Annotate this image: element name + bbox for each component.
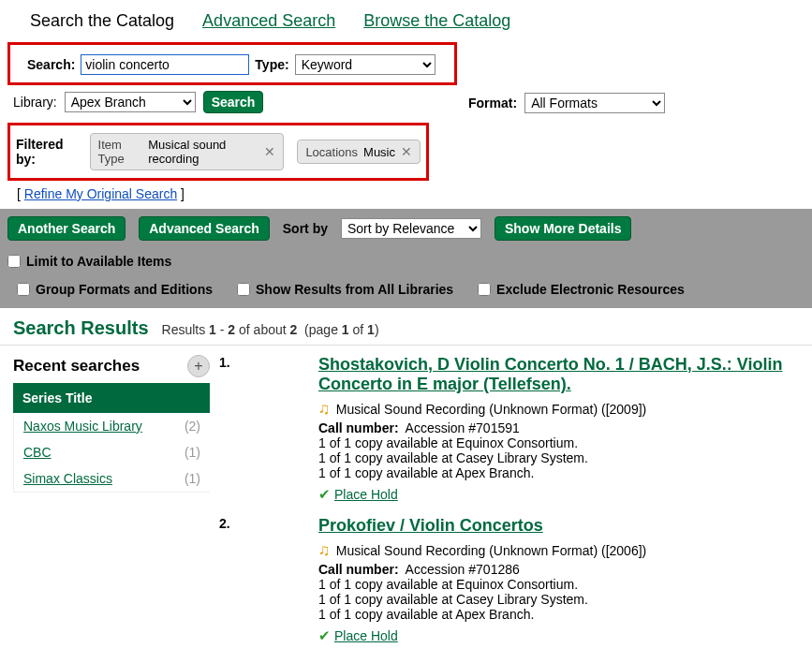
result-row: 2.Prokofiev / Violin Concertos♫Musical S… — [219, 516, 799, 644]
callnumber-label: Call number: — [318, 420, 399, 435]
facet-header: Series Title — [13, 383, 210, 413]
library-select[interactable]: Apex Branch — [65, 92, 196, 112]
facet-item: CBC(1) — [14, 439, 210, 465]
availability-line: 1 of 1 copy available at Equinox Consort… — [318, 435, 799, 450]
sidebar: Recent searches + Series Title Naxos Mus… — [13, 355, 210, 648]
facet-item: Simax Classics(1) — [14, 465, 210, 492]
facet-link[interactable]: CBC — [23, 445, 52, 460]
place-hold-link[interactable]: Place Hold — [334, 628, 398, 643]
nav-browse-catalog[interactable]: Browse the Catalog — [363, 11, 510, 31]
music-note-icon: ♫ — [318, 400, 331, 419]
callnumber-label: Call number: — [318, 562, 399, 577]
group-formats-wrap[interactable]: Group Formats and Editions — [17, 282, 213, 297]
type-label: Type: — [255, 57, 288, 72]
facet-item: Naxos Music Library(2) — [14, 413, 210, 439]
search-highlight-box: Search: Type: Keyword — [7, 42, 457, 85]
nav-advanced-search[interactable]: Advanced Search — [202, 11, 335, 31]
facet-count: (1) — [185, 445, 200, 460]
place-hold-link[interactable]: Place Hold — [334, 487, 398, 502]
another-search-button[interactable]: Another Search — [7, 216, 125, 241]
all-libraries-wrap[interactable]: Show Results from All Libraries — [237, 282, 453, 297]
limit-available-wrap[interactable]: Limit to Available Items — [7, 254, 171, 269]
advanced-search-button[interactable]: Advanced Search — [139, 216, 270, 241]
remove-filter-icon[interactable]: ✕ — [264, 144, 275, 159]
add-search-button[interactable]: + — [187, 355, 210, 377]
results-header: Search Results Results 1 - 2 of about 2 … — [0, 308, 812, 346]
format-text: Musical Sound Recording (Unknown Format)… — [336, 402, 646, 417]
sort-select[interactable]: Sort by Relevance — [341, 218, 481, 239]
results-list: 1.Shostakovich, D Violin Concerto No. 1 … — [219, 355, 799, 648]
result-title-link[interactable]: Shostakovich, D Violin Concerto No. 1 / … — [318, 355, 799, 394]
result-title-link[interactable]: Prokofiev / Violin Concertos — [318, 516, 543, 536]
availability-line: 1 of 1 copy available at Apex Branch. — [318, 607, 799, 622]
filter-chip-locations: Locations Music ✕ — [297, 140, 421, 164]
recent-searches-title: Recent searches — [13, 357, 140, 376]
facet-link[interactable]: Naxos Music Library — [23, 419, 142, 434]
result-row: 1.Shostakovich, D Violin Concerto No. 1 … — [219, 355, 799, 503]
exclude-electronic-wrap[interactable]: Exclude Electronic Resources — [478, 282, 685, 297]
filter-chip-item-type: Item Type Musical sound recording ✕ — [90, 133, 285, 170]
facet-count: (1) — [185, 471, 200, 486]
check-icon: ✔ — [318, 486, 331, 503]
search-button[interactable]: Search — [203, 91, 264, 113]
music-note-icon: ♫ — [318, 541, 331, 560]
facet-link[interactable]: Simax Classics — [23, 471, 112, 486]
top-nav: Search the Catalog Advanced Search Brows… — [0, 0, 812, 37]
availability-line: 1 of 1 copy available at Equinox Consort… — [318, 577, 799, 592]
search-input[interactable] — [81, 54, 249, 75]
exclude-electronic-checkbox[interactable] — [478, 283, 491, 296]
group-formats-checkbox[interactable] — [17, 283, 30, 296]
availability-line: 1 of 1 copy available at Casey Library S… — [318, 592, 799, 607]
availability-line: 1 of 1 copy available at Apex Branch. — [318, 465, 799, 480]
nav-search-catalog: Search the Catalog — [30, 11, 174, 31]
filtered-by-label: Filtered by: — [16, 137, 77, 167]
result-number: 2. — [219, 516, 303, 644]
format-text: Musical Sound Recording (Unknown Format)… — [336, 543, 646, 558]
format-select[interactable]: All Formats — [524, 93, 665, 113]
refine-search-link-wrap: [ Refine My Original Search ] — [0, 183, 812, 209]
availability-line: 1 of 1 copy available at Casey Library S… — [318, 450, 799, 465]
limit-available-checkbox[interactable] — [7, 255, 21, 268]
refine-search-link[interactable]: Refine My Original Search — [24, 186, 177, 201]
type-select[interactable]: Keyword — [295, 54, 436, 75]
results-count: Results 1 - 2 of about 2 (page 1 of 1) — [162, 322, 379, 337]
callnumber-value: Accession #701591 — [406, 420, 520, 435]
show-more-details-button[interactable]: Show More Details — [495, 216, 631, 241]
format-label: Format: — [468, 96, 517, 110]
sort-by-label: Sort by — [283, 221, 328, 236]
search-label: Search: — [27, 57, 75, 72]
facet-count: (2) — [185, 419, 200, 434]
facet-list: Naxos Music Library(2)CBC(1)Simax Classi… — [13, 413, 210, 493]
callnumber-value: Accession #701286 — [406, 562, 520, 577]
result-number: 1. — [219, 355, 303, 503]
plus-icon: + — [194, 358, 202, 375]
all-libraries-checkbox[interactable] — [237, 283, 250, 296]
library-label: Library: — [13, 95, 57, 110]
filter-highlight-box: Filtered by: Item Type Musical sound rec… — [7, 123, 429, 181]
toolbar: Another Search Advanced Search Sort by S… — [0, 209, 812, 308]
results-title: Search Results — [13, 317, 149, 339]
check-icon: ✔ — [318, 627, 331, 644]
remove-filter-icon[interactable]: ✕ — [401, 144, 412, 159]
